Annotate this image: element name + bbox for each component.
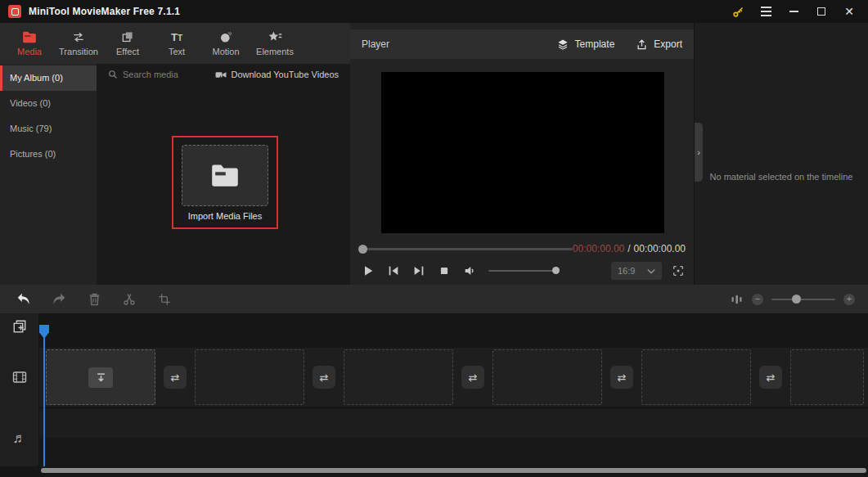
tab-media[interactable]: Media — [5, 23, 54, 64]
clip-import-icon — [88, 367, 113, 388]
fullscreen-button[interactable] — [671, 263, 686, 278]
undo-icon — [16, 293, 31, 306]
aspect-ratio-select[interactable]: 16:9 — [611, 262, 662, 280]
close-button[interactable]: ✕ — [839, 2, 860, 20]
download-youtube-button[interactable]: Download YouTube Videos — [215, 70, 340, 79]
current-time: 00:00:00.00 — [573, 243, 624, 254]
clip-placeholder[interactable] — [790, 349, 864, 405]
clip-placeholder[interactable] — [492, 349, 602, 405]
video-preview — [381, 72, 664, 233]
transition-slot[interactable]: ⇄ — [164, 366, 187, 389]
music-track-icon: ♬ — [0, 430, 39, 447]
track-rail: ♬ — [0, 313, 39, 466]
aspect-ratio-value: 16:9 — [618, 266, 635, 276]
minimize-button[interactable] — [783, 2, 804, 20]
effect-icon — [120, 30, 135, 44]
properties-panel: › No material selected on the timeline — [694, 23, 868, 285]
stop-button[interactable] — [436, 263, 452, 279]
tab-text-label: Text — [169, 47, 185, 56]
hamburger-icon — [761, 7, 771, 16]
timeline-zoom-handle[interactable] — [792, 295, 801, 304]
timeline-horizontal-scrollbar[interactable] — [41, 468, 866, 473]
previous-frame-icon — [387, 264, 400, 277]
maximize-icon — [817, 7, 825, 16]
search-media-field[interactable]: Search media — [108, 70, 178, 79]
sidebar-item-music[interactable]: Music (79) — [0, 116, 97, 142]
video-track-items: ⇄⇄⇄⇄⇄ — [39, 348, 868, 407]
sidebar-item-pictures[interactable]: Pictures (0) — [0, 142, 97, 167]
import-media-label: Import Media Files — [173, 211, 277, 221]
video-track-icon — [0, 371, 39, 384]
seek-slider[interactable] — [360, 248, 573, 250]
export-label: Export — [654, 38, 682, 50]
delete-button[interactable] — [87, 292, 101, 307]
volume-button[interactable] — [461, 263, 478, 279]
fullscreen-icon — [672, 264, 685, 277]
stop-icon — [438, 265, 450, 277]
tab-motion[interactable]: Motion — [201, 23, 250, 64]
tab-elements[interactable]: Elements — [250, 23, 299, 64]
template-label: Template — [575, 38, 615, 50]
tab-elements-label: Elements — [256, 47, 294, 56]
clip-placeholder[interactable] — [344, 349, 453, 405]
player-panel: Player Template Export — [350, 23, 694, 285]
crop-button[interactable] — [157, 292, 172, 307]
clip-placeholder[interactable] — [195, 349, 304, 405]
track-height-button[interactable] — [729, 292, 744, 307]
transition-slot[interactable]: ⇄ — [313, 366, 335, 389]
volume-handle[interactable] — [552, 267, 560, 274]
tab-effect[interactable]: Effect — [103, 23, 152, 64]
folder-icon — [22, 30, 37, 44]
chevron-down-icon — [647, 268, 655, 274]
previous-frame-button[interactable] — [385, 263, 402, 279]
maximize-button[interactable] — [811, 2, 832, 20]
transition-slot[interactable]: ⇄ — [461, 366, 484, 389]
playhead-marker[interactable] — [39, 325, 49, 339]
crop-icon — [158, 293, 171, 306]
tab-transition[interactable]: Transition — [54, 23, 103, 64]
menu-button[interactable] — [755, 2, 776, 20]
play-button[interactable] — [360, 263, 376, 279]
split-button[interactable] — [122, 292, 137, 307]
app-logo-icon — [8, 5, 21, 18]
seek-handle[interactable] — [358, 245, 367, 254]
music-track[interactable] — [39, 409, 868, 466]
app-window: MiniTool MovieMaker Free 7.1.1 ✕ — [0, 0, 868, 477]
sidebar-item-videos[interactable]: Videos (0) — [0, 91, 97, 116]
zoom-in-button[interactable]: + — [843, 294, 855, 305]
undo-button[interactable] — [16, 292, 31, 307]
sidebar-item-my-album[interactable]: My Album (0) — [0, 65, 97, 91]
transition-icon — [71, 30, 86, 44]
export-button[interactable]: Export — [636, 38, 682, 51]
playhead-line — [43, 328, 45, 466]
tab-motion-label: Motion — [212, 47, 239, 56]
add-track-button[interactable] — [0, 319, 39, 334]
library-sidebar: My Album (0) Videos (0) Music (79) Pictu… — [0, 64, 97, 285]
next-frame-button[interactable] — [411, 263, 427, 279]
timecode: 00:00:00.00 / 00:00:00.00 — [573, 243, 686, 254]
register-key-button[interactable] — [727, 2, 749, 20]
timeline-zoom-slider[interactable] — [771, 299, 835, 300]
motion-icon — [218, 30, 233, 44]
import-folder-icon — [209, 164, 241, 188]
elements-icon — [268, 30, 283, 44]
transition-slot[interactable]: ⇄ — [610, 366, 633, 389]
volume-slider[interactable] — [488, 270, 559, 272]
clip-placeholder[interactable] — [46, 349, 155, 405]
import-highlight-annotation: Import Media Files — [172, 136, 278, 229]
redo-button[interactable] — [52, 292, 66, 307]
clip-placeholder[interactable] — [641, 349, 751, 405]
window-title: MiniTool MovieMaker Free 7.1.1 — [29, 6, 180, 17]
import-media-button[interactable] — [182, 145, 268, 206]
template-layers-icon — [556, 38, 569, 51]
zoom-out-button[interactable]: − — [752, 294, 763, 305]
key-icon — [732, 6, 744, 18]
speaker-icon — [463, 264, 476, 277]
total-time: 00:00:00.00 — [634, 243, 686, 254]
tab-text[interactable]: TT Text — [152, 23, 201, 64]
transition-slot[interactable]: ⇄ — [759, 366, 782, 389]
redo-icon — [52, 293, 66, 306]
close-icon: ✕ — [844, 6, 854, 17]
template-button[interactable]: Template — [556, 38, 615, 51]
player-title: Player — [362, 38, 389, 50]
